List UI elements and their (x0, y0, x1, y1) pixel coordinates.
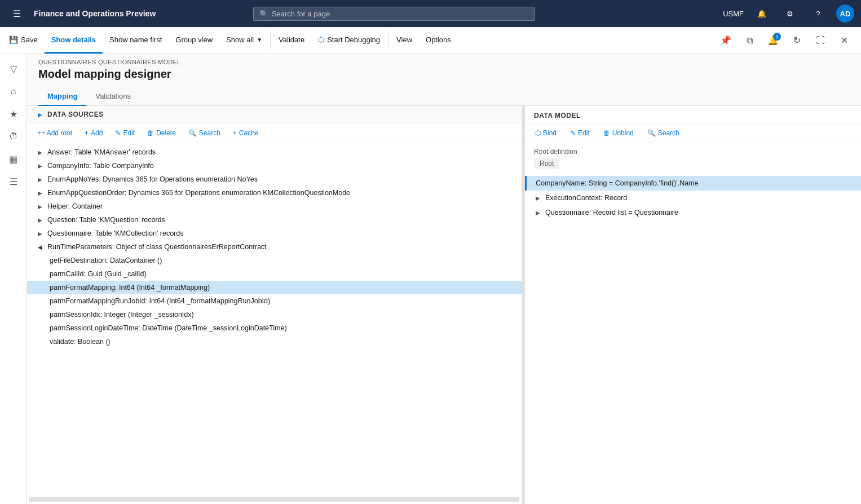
search-button[interactable]: 🔍 Search (183, 127, 226, 139)
save-icon: 💾 (9, 36, 18, 44)
popout-icon: ⧉ (747, 36, 753, 46)
global-search-bar[interactable]: 🔍 (253, 7, 535, 21)
command-bar: 💾 Save Show details Show name first Grou… (0, 27, 861, 54)
sidebar-item-home[interactable]: ⌂ (3, 81, 24, 101)
refresh-button[interactable]: ↻ (787, 30, 807, 51)
settings-button[interactable]: ⚙ (780, 3, 800, 24)
sidebar-item-workspaces[interactable]: ▦ (3, 149, 24, 169)
questionnaire-label: Questionnaire: Table 'KMCollection' reco… (47, 229, 183, 237)
dm-search-button[interactable]: 🔍 Search (642, 127, 685, 139)
delete-button[interactable]: 🗑 Delete (142, 127, 182, 139)
hamburger-icon: ☰ (13, 8, 21, 19)
validate-button[interactable]: Validate (272, 27, 311, 54)
tree-item-enumnoyes[interactable]: ▶ EnumAppNoYes: Dynamics 365 for Operati… (27, 173, 522, 186)
tab-validations[interactable]: Validations (86, 87, 140, 106)
root-def-label: Root definition (534, 148, 852, 156)
tree-item-enumquestionorder[interactable]: ▶ EnumAppQuestionOrder: Dynamics 365 for… (27, 186, 522, 200)
tab-mapping[interactable]: Mapping (38, 87, 86, 106)
close-button[interactable]: ✕ (834, 30, 854, 51)
main-layout: ▽ ⌂ ★ ⏱ ▦ ☰ QUESTIONNAIRES QUESTIONNAIRE… (0, 54, 861, 504)
fullscreen-icon: ⛶ (816, 36, 825, 46)
group-view-button[interactable]: Group view (169, 27, 219, 54)
enumnoyes-expand-icon: ▶ (36, 175, 44, 183)
unbind-button[interactable]: 🗑 Unbind (598, 127, 639, 139)
separator-2 (388, 32, 388, 49)
fullscreen-button[interactable]: ⛶ (810, 30, 831, 51)
help-icon: ? (816, 10, 820, 18)
tree-item-parmsessionlogindatetime[interactable]: parmSessionLoginDateTime: DateTime (Date… (27, 321, 522, 335)
dm-item-executioncontext[interactable]: ▶ ExecutionContext: Record (525, 191, 861, 205)
left-pane-data-sources: ▶ DATA SOURCES + + Add root + Add ✎ (27, 106, 523, 504)
root-def-value: Root (534, 158, 559, 169)
content-area: QUESTIONNAIRES QUESTIONNAIRES MODEL Mode… (27, 54, 861, 504)
tree-item-question[interactable]: ▶ Question: Table 'KMQuestion' records (27, 213, 522, 227)
save-button[interactable]: 💾 Save (2, 27, 45, 54)
bell-icon: 🔔 (757, 10, 766, 18)
global-search-input[interactable] (272, 10, 529, 18)
data-model-toolbar: ⬡ Bind ✎ Edit 🗑 Unbind 🔍 Search (525, 123, 861, 143)
modules-icon: ☰ (10, 176, 17, 187)
dm-item-companyname[interactable]: CompanyName: String = CompanyInfo.'find(… (525, 176, 861, 191)
edit-button[interactable]: ✎ Edit (109, 127, 140, 139)
tree-item-parmformatmapping[interactable]: parmFormatMapping: Int64 (Int64 _formatM… (27, 281, 522, 294)
dm-edit-icon: ✎ (570, 129, 576, 137)
home-icon: ⌂ (11, 86, 16, 96)
parmsessionlogindatetime-label: parmSessionLoginDateTime: DateTime (Date… (50, 324, 287, 332)
scrollbar-thumb[interactable] (29, 497, 519, 502)
help-button[interactable]: ? (808, 3, 828, 24)
bell-button[interactable]: 🔔 (752, 3, 772, 24)
dm-edit-button[interactable]: ✎ Edit (564, 127, 595, 139)
tree-item-answer[interactable]: ▶ Answer: Table 'KMAnswer' records (27, 145, 522, 159)
tree-item-getfiledestination[interactable]: getFileDestination: DataContainer () (27, 254, 522, 267)
parmcallid-label: parmCallId: Guid (Guid _callId) (50, 270, 147, 278)
sidebar-item-filter[interactable]: ▽ (3, 59, 24, 79)
parmformatmappingrunjobid-label: parmFormatMappingRunJobId: Int64 (Int64 … (50, 297, 270, 305)
show-name-first-button[interactable]: Show name first (103, 27, 169, 54)
add-button[interactable]: + Add (79, 127, 108, 139)
add-root-button[interactable]: + + Add root (32, 127, 78, 139)
sidebar-item-modules[interactable]: ☰ (3, 171, 24, 192)
tree-item-validate[interactable]: validate: Boolean () (27, 335, 522, 348)
hamburger-menu-button[interactable]: ☰ (7, 3, 27, 24)
page-title: Model mapping designer (27, 68, 861, 87)
tree-item-helper[interactable]: ▶ Helper: Container (27, 200, 522, 213)
show-details-button[interactable]: Show details (45, 27, 103, 54)
ds-expand-icon[interactable]: ▶ (36, 110, 44, 118)
dm-companyname-label: CompanyName: String = CompanyInfo.'find(… (536, 179, 699, 187)
helper-label: Helper: Container (47, 202, 103, 210)
data-model-tree: CompanyName: String = CompanyInfo.'find(… (525, 174, 861, 504)
separator-1 (270, 32, 271, 49)
dm-questionnaire-label: Questionnaire: Record list = Questionnai… (545, 209, 678, 216)
tree-item-parmformatmappingrunjobid[interactable]: parmFormatMappingRunJobId: Int64 (Int64 … (27, 294, 522, 308)
bind-button[interactable]: ⬡ Bind (529, 127, 562, 139)
cache-icon: + (233, 129, 237, 137)
tree-item-companyinfo[interactable]: ▶ CompanyInfo: Table CompanyInfo (27, 159, 522, 173)
dm-item-questionnaire[interactable]: ▶ Questionnaire: Record list = Questionn… (525, 205, 861, 220)
refresh-icon: ↻ (793, 35, 801, 46)
sidebar-item-recent[interactable]: ⏱ (3, 126, 24, 147)
pin-icon: 📌 (720, 35, 731, 46)
companyinfo-expand-icon: ▶ (36, 162, 44, 170)
sidebar-item-favorites[interactable]: ★ (3, 104, 24, 124)
notifications-button[interactable]: 🔔 0 (763, 30, 783, 51)
user-avatar[interactable]: AD (836, 5, 854, 23)
options-button[interactable]: Options (419, 27, 458, 54)
clock-icon: ⏱ (9, 131, 18, 142)
answer-label: Answer: Table 'KMAnswer' records (47, 148, 156, 156)
helper-expand-icon: ▶ (36, 202, 44, 210)
show-all-button[interactable]: Show all ▼ (219, 27, 269, 54)
popout-button[interactable]: ⧉ (739, 30, 760, 51)
personalize-button[interactable]: 📌 (716, 30, 736, 51)
start-debugging-button[interactable]: ⬡ Start Debugging (311, 27, 387, 54)
tree-item-runtimeparams[interactable]: ◀ RunTimeParameters: Object of class Que… (27, 240, 522, 254)
cmd-right-icons: 📌 ⧉ 🔔 0 ↻ ⛶ ✕ (716, 27, 859, 54)
tree-item-parmsessionidx[interactable]: parmSessionIdx: Integer (Integer _sessio… (27, 308, 522, 321)
companyinfo-label: CompanyInfo: Table CompanyInfo (47, 162, 154, 170)
cache-button[interactable]: + Cache (227, 127, 264, 139)
tree-item-questionnaire[interactable]: ▶ Questionnaire: Table 'KMCollection' re… (27, 227, 522, 240)
add-icon: + (85, 129, 89, 137)
tree-item-parmcallid[interactable]: parmCallId: Guid (Guid _callId) (27, 267, 522, 281)
runtimeparams-label: RunTimeParameters: Object of class Quest… (47, 243, 267, 251)
search-toolbar-icon: 🔍 (188, 129, 197, 137)
view-button[interactable]: View (390, 27, 419, 54)
